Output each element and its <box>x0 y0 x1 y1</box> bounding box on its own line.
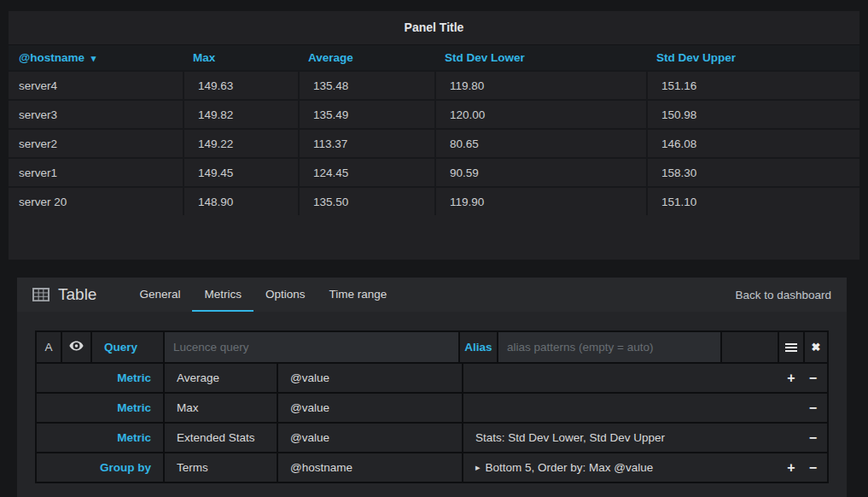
query-row: A Query Alias <box>37 332 827 362</box>
group-by-row-label: Group by <box>37 453 163 482</box>
metric-row-buttons: − <box>795 401 827 415</box>
alias-input[interactable] <box>498 332 720 362</box>
cell-std-dev-lower: 80.65 <box>434 130 646 157</box>
panel-type-title: Table <box>58 285 96 304</box>
add-metric-button[interactable]: + <box>787 371 795 385</box>
cell-average: 135.48 <box>298 72 434 99</box>
table-row: server1 149.45 124.45 90.59 158.30 <box>9 157 859 186</box>
query-row-spacer <box>720 332 778 362</box>
panel-title[interactable]: Panel Title <box>9 11 859 44</box>
column-header-average[interactable]: Average <box>298 51 434 64</box>
metric-detail-cell: − <box>462 394 827 422</box>
column-header-max[interactable]: Max <box>183 51 298 64</box>
metrics-tab-content: A Query Alias <box>17 312 847 497</box>
cell-max: 149.63 <box>183 72 298 99</box>
panel-editor: Table General Metrics Options Time range… <box>17 278 847 497</box>
table-panel: Panel Title @hostname ▾ Max Average Std … <box>9 11 859 260</box>
cell-hostname: server4 <box>9 72 183 99</box>
cell-hostname: server1 <box>9 159 183 186</box>
metric-row: Metric Extended Stats @value Stats: Std … <box>37 422 827 452</box>
metric-detail-cell[interactable]: Stats: Std Dev Lower, Std Dev Upper − <box>462 424 827 452</box>
cell-std-dev-upper: 150.98 <box>646 101 859 128</box>
metric-type-select[interactable]: Average <box>163 364 277 392</box>
table-row: server3 149.82 135.49 120.00 150.98 <box>9 99 859 128</box>
query-menu-button[interactable] <box>778 332 803 362</box>
cell-std-dev-lower: 120.00 <box>434 101 646 128</box>
editor-header: Table General Metrics Options Time range… <box>17 278 847 312</box>
cell-average: 113.37 <box>298 130 434 157</box>
metric-field-select[interactable]: @value <box>277 424 462 452</box>
menu-icon <box>785 342 797 354</box>
query-remove-button[interactable]: ✖ <box>803 332 827 362</box>
query-input-cell <box>163 332 458 362</box>
cell-std-dev-upper: 146.08 <box>646 130 859 157</box>
table-grid-icon <box>32 288 50 301</box>
cell-hostname: server 20 <box>9 188 183 215</box>
alias-input-cell <box>497 332 720 362</box>
metric-row: Metric Max @value − <box>37 392 827 422</box>
group-by-settings-toggle[interactable]: ▸ Bottom 5, Order by: Max @value + − <box>462 453 827 482</box>
remove-metric-button[interactable]: − <box>809 431 817 445</box>
group-by-type-select[interactable]: Terms <box>163 453 277 482</box>
cell-max: 148.90 <box>183 188 298 215</box>
editor-tabs: General Metrics Options Time range <box>127 278 399 312</box>
remove-metric-button[interactable]: − <box>809 401 817 415</box>
table-row: server2 149.22 113.37 80.65 146.08 <box>9 128 859 157</box>
tab-options[interactable]: Options <box>253 278 317 312</box>
close-icon: ✖ <box>812 341 821 354</box>
metric-row: Metric Average @value + − <box>37 362 827 392</box>
metric-detail-text: Stats: Std Dev Lower, Std Dev Upper <box>475 431 665 444</box>
table-row: server 20 148.90 135.50 119.90 151.10 <box>9 186 859 215</box>
metric-row-label: Metric <box>37 364 163 392</box>
cell-std-dev-lower: 90.59 <box>434 159 646 186</box>
eye-icon <box>69 341 84 354</box>
group-by-row: Group by Terms @hostname ▸ Bottom 5, Ord… <box>37 452 827 482</box>
metric-type-select[interactable]: Max <box>163 394 277 422</box>
metric-row-buttons: + − <box>773 371 827 385</box>
query-label: Query <box>90 332 163 362</box>
cell-max: 149.82 <box>183 101 298 128</box>
tab-general[interactable]: General <box>127 278 192 312</box>
group-by-field-select[interactable]: @hostname <box>277 453 462 482</box>
query-ref-id: A <box>37 332 61 362</box>
panel-type: Table <box>32 278 96 312</box>
cell-max: 149.45 <box>183 159 298 186</box>
cell-std-dev-upper: 151.10 <box>646 188 859 215</box>
expand-caret-icon: ▸ <box>475 462 481 473</box>
query-editor: A Query Alias <box>35 330 829 483</box>
cell-std-dev-lower: 119.80 <box>434 72 646 99</box>
cell-average: 135.50 <box>298 188 434 215</box>
column-header-std-dev-lower[interactable]: Std Dev Lower <box>434 51 646 64</box>
remove-group-by-button[interactable]: − <box>809 461 817 475</box>
cell-average: 124.45 <box>298 159 434 186</box>
column-header-label: @hostname <box>19 51 84 64</box>
cell-average: 135.49 <box>298 101 434 128</box>
remove-metric-button[interactable]: − <box>809 371 817 385</box>
cell-hostname: server3 <box>9 101 183 128</box>
sort-caret-icon: ▾ <box>91 53 96 63</box>
metric-row-label: Metric <box>37 394 163 422</box>
cell-std-dev-upper: 151.16 <box>646 72 859 99</box>
cell-max: 149.22 <box>183 130 298 157</box>
group-by-row-buttons: + − <box>773 461 827 475</box>
back-to-dashboard-link[interactable]: Back to dashboard <box>735 278 831 312</box>
add-group-by-button[interactable]: + <box>787 461 795 475</box>
tab-metrics[interactable]: Metrics <box>192 278 253 312</box>
metric-type-select[interactable]: Extended Stats <box>163 424 277 452</box>
column-header-std-dev-upper[interactable]: Std Dev Upper <box>646 51 859 64</box>
query-visibility-toggle[interactable] <box>61 332 90 362</box>
column-header-hostname[interactable]: @hostname ▾ <box>9 51 183 64</box>
tab-time-range[interactable]: Time range <box>317 278 399 312</box>
lucene-query-input[interactable] <box>165 332 458 362</box>
cell-std-dev-upper: 158.30 <box>646 159 859 186</box>
cell-std-dev-lower: 119.90 <box>434 188 646 215</box>
table-row: server4 149.63 135.48 119.80 151.16 <box>9 70 859 99</box>
table-header-row: @hostname ▾ Max Average Std Dev Lower St… <box>9 44 859 70</box>
group-by-settings-text: Bottom 5, Order by: Max @value <box>486 461 654 474</box>
alias-label: Alias <box>458 332 497 362</box>
grafana-edit-view: Panel Title @hostname ▾ Max Average Std … <box>0 0 868 497</box>
metric-field-select[interactable]: @value <box>277 394 462 422</box>
metric-row-buttons: − <box>795 431 827 445</box>
metric-field-select[interactable]: @value <box>277 364 462 392</box>
cell-hostname: server2 <box>9 130 183 157</box>
